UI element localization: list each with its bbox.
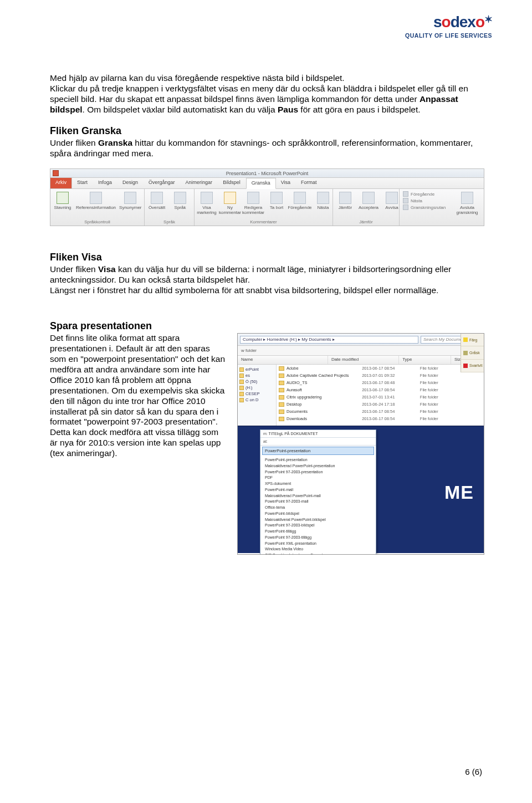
ribbon-groups: Stavning Referensinformation Synonymer S… [50, 189, 484, 226]
group-label: Språk [147, 218, 192, 226]
btn-oversatt[interactable]: Översätt [147, 191, 167, 210]
btn-avvisa[interactable]: Avvisa [382, 191, 402, 210]
reject-icon [386, 192, 398, 204]
group-kommentarer: Visa markering Ny kommentar Redigera kom… [195, 189, 333, 226]
file-row[interactable]: Documents2013-06-17 08:54File folder [277, 408, 484, 415]
window-title: Presentation1 - Microsoft PowerPoint [226, 171, 309, 176]
format-option[interactable]: Office-tema [260, 505, 376, 511]
tab-start[interactable]: Start [72, 178, 93, 188]
nav-item[interactable]: es [239, 373, 274, 378]
btn-visa-markering[interactable]: Visa markering [197, 191, 217, 215]
translate-icon [151, 192, 163, 204]
research-icon [90, 192, 102, 204]
tab-overgangar[interactable]: Övergångar [144, 178, 181, 188]
format-option[interactable]: Makroaktiverad PowerPoint-mall [260, 493, 376, 499]
folder-icon [239, 392, 244, 396]
palette-item[interactable]: Färg [461, 334, 484, 346]
folder-icon [279, 388, 284, 392]
file-row[interactable]: Downloads2013-06-17 08:54File folder [277, 415, 484, 422]
format-option[interactable]: XPS-dokument [260, 481, 376, 487]
format-option[interactable]: PowerPoint 97-2003-presentation [260, 469, 376, 475]
format-option[interactable]: PowerPoint-bildspel [260, 511, 376, 517]
folder-icon [239, 367, 244, 372]
selected-format[interactable]: PowerPoint-presentation [262, 447, 374, 455]
group-jamfor: Jämför Acceptera Avvisa Jämför [333, 189, 400, 226]
btn-synonymer[interactable]: Synonymer [119, 191, 141, 210]
group-avsluta: Avsluta granskning [451, 189, 484, 226]
format-option[interactable]: PowerPoint 97-2003-tillägg [260, 535, 376, 541]
col-type[interactable]: Type [399, 356, 451, 364]
palette-item[interactable]: Svartvit [461, 360, 484, 372]
btn-redigera-kommentar[interactable]: Redigera kommentar [243, 191, 263, 215]
page-content: Med hjälp av pilarna kan du visa föregåe… [50, 73, 484, 565]
folder-icon [239, 380, 244, 384]
nav-item[interactable]: C on D [239, 397, 274, 402]
btn-ta-bort[interactable]: Ta bort [267, 191, 287, 210]
previous-icon [294, 192, 306, 204]
ribbon-tabs: Arkiv Start Infoga Design Övergångar Ani… [50, 178, 484, 189]
btn-avsluta-granskning[interactable]: Avsluta granskning [453, 191, 482, 215]
format-option[interactable]: PowerPoint-presentation [260, 457, 376, 463]
file-row[interactable]: Adobe Captivate Cached Projects2013-07-0… [277, 372, 484, 379]
format-option[interactable]: Makroaktiverat PowerPoint-bildspel [260, 517, 376, 523]
end-review-icon [461, 192, 473, 204]
format-option[interactable]: PowerPoint-mall [260, 487, 376, 493]
bw-swatch-icon [463, 364, 468, 368]
logo-tagline: QUALITY OF LIFE SERVICES [405, 32, 492, 39]
granska-paragraph: Under fliken Granska hittar du kommandon… [50, 138, 484, 159]
intro-paragraph: Med hjälp av pilarna kan du visa föregåe… [50, 73, 484, 115]
tab-design[interactable]: Design [117, 178, 144, 188]
folder-icon [239, 398, 244, 402]
file-row[interactable]: Citrix uppgradering2013-07-01 13:41File … [277, 393, 484, 401]
save-dialog-screenshot: Computer ▸ Homedrive (H:) ▸ My Documents… [237, 333, 484, 555]
btn-foregaende[interactable]: Föregående [290, 191, 310, 210]
tab-visa[interactable]: Visa [276, 178, 296, 188]
tab-arkiv[interactable]: Arkiv [50, 178, 72, 188]
file-row[interactable]: Desktop2013-06-24 17:18File folder [277, 401, 484, 408]
tab-bildspel[interactable]: Bildspel [218, 178, 246, 188]
format-option[interactable]: PowerPoint-tillägg [260, 529, 376, 535]
tab-animeringar[interactable]: Animeringar [181, 178, 218, 188]
explorer-toolbar: w folder [238, 346, 484, 356]
tab-granska[interactable]: Granska [246, 178, 276, 189]
new-comment-icon [224, 192, 236, 204]
btn-sprak[interactable]: Språk [170, 191, 190, 210]
format-option[interactable]: PowerPoint 97-2003-mall [260, 499, 376, 505]
format-option[interactable]: Windows Media Video [260, 546, 376, 553]
palette-item[interactable]: Gråsk [461, 346, 484, 359]
btn-ny-kommentar[interactable]: Ny kommentar [220, 191, 240, 215]
tab-format[interactable]: Format [296, 178, 323, 188]
format-list[interactable]: PowerPoint-presentation Makroaktiverad P… [260, 456, 376, 555]
format-option[interactable]: PowerPoint XML-presentation [260, 541, 376, 547]
address-field[interactable]: Computer ▸ Homedrive (H:) ▸ My Documents… [240, 336, 418, 344]
format-option[interactable]: Makroaktiverad PowerPoint-presentation [260, 463, 376, 469]
col-date[interactable]: Date modified [328, 356, 399, 364]
group-sprakkontroll: Stavning Referensinformation Synonymer S… [50, 189, 145, 226]
language-icon [174, 192, 186, 204]
nav-item[interactable]: (H:) [239, 385, 274, 390]
btn-jamfor[interactable]: Jämför [335, 191, 355, 210]
btn-nasta[interactable]: Nästa [313, 191, 333, 210]
col-name[interactable]: Name [238, 356, 328, 364]
file-row[interactable]: Aurasoft2013-06-17 08:54File folder [277, 386, 484, 393]
format-option[interactable]: PDF [260, 475, 376, 481]
file-row[interactable]: Adobe2013-06-17 08:54File folder [277, 365, 484, 372]
file-rows: Adobe2013-06-17 08:54File folder Adobe C… [277, 365, 484, 426]
btn-referensinformation[interactable]: Referensinformation [76, 191, 116, 210]
btn-stavning[interactable]: Stavning [53, 191, 73, 210]
nav-item[interactable]: erPoint [239, 367, 274, 372]
new-folder-button[interactable]: w folder [241, 348, 257, 353]
explorer-addressbar: Computer ▸ Homedrive (H:) ▸ My Documents… [238, 334, 484, 346]
color-swatch-icon [463, 337, 468, 342]
group-sprak: Översätt Språk Språk [145, 189, 195, 226]
format-option[interactable]: PowerPoint 97-2003-bildspel [260, 523, 376, 529]
folder-icon [239, 374, 244, 378]
group-label: Språkkontroll [53, 218, 142, 226]
file-row[interactable]: AUDIO_TS2013-06-17 08:48File folder [277, 379, 484, 386]
nav-item[interactable]: Ö (50) [239, 379, 274, 384]
format-option[interactable]: GIF Graphics Interchange Format [260, 553, 376, 555]
btn-acceptera[interactable]: Acceptera [359, 191, 378, 210]
visa-paragraph: Under fliken Visa kan du välja hur du vi… [50, 264, 484, 296]
tab-infoga[interactable]: Infoga [93, 178, 117, 188]
nav-item[interactable]: CESEP [239, 391, 274, 396]
